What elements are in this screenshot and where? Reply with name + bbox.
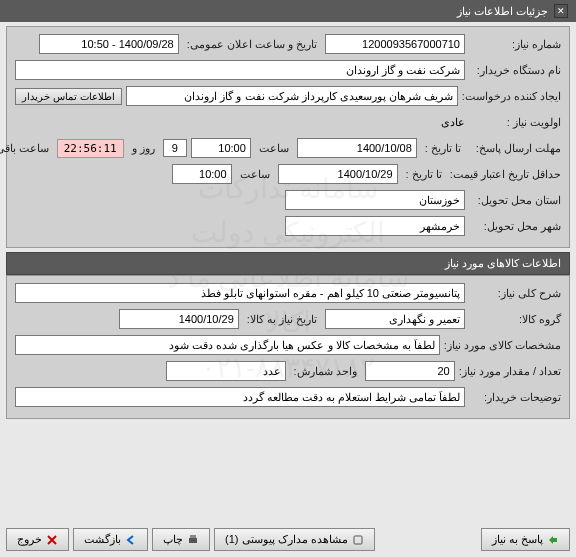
label-city: شهر محل تحویل: [469, 220, 561, 233]
back-button[interactable]: بازگشت [73, 528, 148, 551]
niaz-no-field[interactable] [325, 34, 465, 54]
back-icon [125, 534, 137, 546]
spec-field[interactable] [15, 335, 440, 355]
items-section-header: اطلاعات کالاهای مورد نیاز [6, 252, 570, 275]
need-date-field[interactable] [119, 309, 239, 329]
label-niaz-no: شماره نیاز: [469, 38, 561, 51]
creator-field[interactable] [126, 86, 458, 106]
top-panel: شماره نیاز: تاریخ و ساعت اعلان عمومی: نا… [6, 26, 570, 248]
print-icon [187, 534, 199, 546]
label-ann-date: تاریخ و ساعت اعلان عمومی: [183, 38, 321, 51]
reply-icon [547, 534, 559, 546]
buyer-field[interactable] [15, 60, 465, 80]
label-buyer-notes: توضیحات خریدار: [469, 391, 561, 404]
label-province: استان محل تحویل: [469, 194, 561, 207]
city-field[interactable] [285, 216, 465, 236]
exit-icon [46, 534, 58, 546]
deadline-date-field[interactable] [297, 138, 417, 158]
label-deadline: مهلت ارسال پاسخ: [469, 142, 561, 155]
label-group: گروه کالا: [469, 313, 561, 326]
qty-field[interactable] [365, 361, 455, 381]
priority-value: عادی [441, 116, 465, 129]
attachment-icon [352, 534, 364, 546]
reply-button[interactable]: پاسخ به نیاز [481, 528, 570, 551]
province-field[interactable] [285, 190, 465, 210]
valid-date-field[interactable] [278, 164, 398, 184]
valid-time-field[interactable] [172, 164, 232, 184]
deadline-time-field[interactable] [191, 138, 251, 158]
label-to-date-1: تا تاریخ : [421, 142, 465, 155]
desc-field[interactable] [15, 283, 465, 303]
footer-toolbar: خروج بازگشت چاپ مشاهده مدارک پیوستی (1) … [6, 528, 570, 551]
label-min-valid: حداقل تاریخ اعتبار قیمت: [450, 168, 561, 181]
label-need-date: تاریخ نیاز به کالا: [243, 313, 321, 326]
days-remaining: 9 [163, 139, 187, 157]
label-to-date-2: تا تاریخ : [402, 168, 446, 181]
buyer-notes-field[interactable] [15, 387, 465, 407]
close-icon[interactable]: ✕ [554, 4, 568, 18]
label-remain: ساعت باقی مانده [0, 142, 53, 155]
exit-button[interactable]: خروج [6, 528, 69, 551]
svg-rect-1 [190, 535, 196, 538]
window-titlebar: ✕ جزئیات اطلاعات نیاز [0, 0, 576, 22]
label-time-1: ساعت [255, 142, 293, 155]
label-days-and: روز و [128, 142, 159, 155]
label-buyer: نام دستگاه خریدار: [469, 64, 561, 77]
label-unit: واحد شمارش: [290, 365, 361, 378]
svg-rect-2 [354, 536, 362, 544]
label-creator: ایجاد کننده درخواست: [462, 90, 561, 103]
group-field[interactable] [325, 309, 465, 329]
items-panel: شرح کلی نیاز: گروه کالا: تاریخ نیاز به ک… [6, 275, 570, 419]
label-spec: مشخصات کالای مورد نیاز: [444, 339, 561, 352]
label-desc: شرح کلی نیاز: [469, 287, 561, 300]
svg-rect-0 [189, 538, 197, 543]
ann-date-field[interactable] [39, 34, 179, 54]
countdown-timer: 22:56:11 [57, 139, 124, 158]
print-button[interactable]: چاپ [152, 528, 210, 551]
unit-field[interactable] [166, 361, 286, 381]
label-qty: تعداد / مقدار مورد نیاز: [459, 365, 561, 378]
view-attachments-button[interactable]: مشاهده مدارک پیوستی (1) [214, 528, 375, 551]
window-title: جزئیات اطلاعات نیاز [457, 5, 548, 18]
label-priority: اولویت نیاز : [469, 116, 561, 129]
label-time-2: ساعت [236, 168, 274, 181]
contact-info-button[interactable]: اطلاعات تماس خریدار [15, 88, 122, 105]
